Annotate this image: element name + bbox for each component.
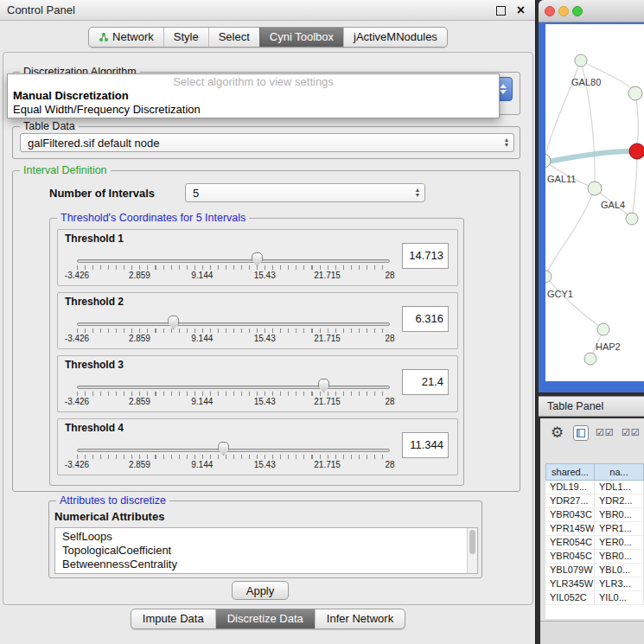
tab-select[interactable]: Select	[208, 28, 259, 47]
attribute-list-item[interactable]: BetweennessCentrality	[62, 558, 477, 571]
slider-track	[77, 449, 390, 452]
attribute-list-item[interactable]: TopologicalCoefficient	[62, 544, 477, 558]
threshold-2-value-field[interactable]: 6.316	[402, 306, 449, 332]
combo-up-arrow-icon	[500, 84, 507, 88]
list-scrollbar[interactable]	[467, 528, 477, 573]
num-intervals-combo[interactable]: 5 ▲▼	[185, 183, 425, 202]
slider-tick-label: 2.859	[129, 334, 150, 343]
tab-cyni-toolbox[interactable]: Cyni Toolbox	[259, 28, 343, 47]
control-panel-title: Control Panel	[7, 3, 75, 16]
table-cell: YER0...	[595, 536, 644, 549]
threshold-3-slider[interactable]: -3.4262.8599.14415.4321.71528	[77, 379, 390, 410]
tab-style[interactable]: Style	[163, 28, 208, 47]
tab-impute-data[interactable]: Impute Data	[131, 609, 215, 628]
window-close-button[interactable]	[545, 6, 555, 16]
threshold-3-value-field[interactable]: 21.4	[402, 369, 449, 395]
slider-tick-label: 15.43	[254, 271, 276, 280]
slider-tick-label: 9.144	[191, 397, 213, 406]
combo-down-arrow-icon	[500, 90, 507, 94]
table-row[interactable]: YLR345WYLR3...	[545, 577, 644, 591]
node-gal80[interactable]	[575, 54, 587, 67]
threshold-1-value-field[interactable]: 14.713	[402, 243, 449, 269]
table-row[interactable]: YDL19...YDL1...	[545, 481, 644, 494]
selected-node[interactable]	[629, 143, 644, 159]
tab-network[interactable]: Network	[89, 28, 163, 47]
slider-tick-labels: -3.4262.8599.14415.4321.71528	[77, 397, 390, 407]
network-node[interactable]	[628, 86, 642, 100]
node-gal11[interactable]	[545, 154, 551, 168]
threshold-1-slider[interactable]: -3.4262.8599.14415.4321.71528	[77, 252, 390, 284]
node-gcy1[interactable]	[545, 271, 552, 283]
table-row[interactable]: YIL052CYIL0...	[545, 591, 644, 605]
threshold-4-label: Threshold 4	[65, 422, 124, 434]
top-tab-bar: Network Style Select Cyni Toolbox jActiv…	[0, 27, 536, 48]
slider-tick-label: 2.859	[129, 271, 150, 280]
table-row[interactable]: YER054CYER0...	[545, 536, 644, 550]
tab-infer-network[interactable]: Infer Network	[315, 609, 405, 628]
tab-network-label: Network	[112, 30, 154, 44]
network-nodes	[545, 54, 644, 365]
table-row[interactable]: YPR145WYPR1...	[545, 522, 644, 536]
threshold-4-panel: Threshold 4 11.344 -3.4262.8599.14415.43…	[57, 418, 458, 475]
slider-tick-label: -3.426	[65, 460, 89, 469]
close-icon[interactable]: ×	[517, 2, 525, 19]
table-toolbar: ⚙ ☑☑ ☑☑	[540, 422, 644, 446]
network-node[interactable]	[626, 213, 638, 225]
algorithm-option-manual-discretization[interactable]: Manual Discretization	[8, 89, 499, 103]
bottom-tab-bar: Impute Data Discretize Data Infer Networ…	[0, 609, 536, 629]
threshold-3-panel: Threshold 3 21.4 -3.4262.8599.14415.4321…	[57, 355, 458, 412]
network-view-window: GAL80GAL11GAL4GCY1HAP2	[539, 0, 644, 392]
node-hap2[interactable]	[597, 323, 609, 335]
column-header-shared-name[interactable]: shared...	[545, 463, 595, 481]
slider-thumb[interactable]	[168, 316, 179, 329]
slider-tick-label: 9.144	[191, 460, 213, 469]
threshold-2-slider[interactable]: -3.4262.8599.14415.4321.71528	[77, 316, 390, 347]
attribute-items: SelfLoopsTopologicalCoefficientBetweenne…	[55, 530, 477, 571]
table-cell: YIL052C	[545, 591, 595, 604]
slider-tick-label: 28	[385, 271, 394, 280]
scrollbar-thumb[interactable]	[469, 530, 475, 554]
tab-discretize-data[interactable]: Discretize Data	[215, 609, 315, 628]
network-window-titlebar	[539, 0, 644, 22]
network-canvas[interactable]: GAL80GAL11GAL4GCY1HAP2	[545, 24, 644, 381]
tab-cyni-toolbox-label: Cyni Toolbox	[270, 30, 334, 44]
threshold-3-label: Threshold 3	[65, 359, 124, 371]
column-header-name[interactable]: na...	[595, 463, 644, 481]
table-cell: YBL0...	[595, 564, 644, 577]
slider-tick-label: 21.715	[314, 397, 341, 406]
tab-jactivemnodules[interactable]: jActiveMNodules	[343, 28, 447, 47]
slider-thumb[interactable]	[318, 379, 329, 392]
node-label: GAL11	[547, 174, 576, 184]
float-window-icon[interactable]	[496, 6, 506, 16]
tab-select-label: Select	[219, 30, 250, 44]
network-icon	[99, 32, 109, 42]
slider-thumb[interactable]	[218, 442, 229, 456]
checkbox-icons[interactable]: ☑☑	[622, 427, 641, 438]
table-rows: YDL19...YDL1...YDR27...YDR2...YBR043CYBR…	[545, 481, 644, 605]
slider-tick-label: 2.859	[129, 397, 150, 406]
table-row[interactable]: YBL079WYBL0...	[545, 564, 644, 577]
table-row[interactable]: YDR27...YDR2...	[545, 494, 644, 508]
table-data-combo[interactable]: galFiltered.sif default node ▲▼	[20, 133, 514, 152]
node-gal4[interactable]	[588, 182, 602, 195]
attribute-list-item[interactable]: SelfLoops	[62, 530, 477, 544]
app-root: Control Panel × Network Style Select Cyn…	[0, 0, 644, 644]
cyni-toolbox-panel: Discretization Algorithm Select algorith…	[3, 52, 533, 605]
threshold-4-slider[interactable]: -3.4262.8599.14415.4321.71528	[77, 442, 390, 473]
algorithm-option-equal-width-frequency[interactable]: Equal Width/Frequency Discretization	[8, 103, 499, 117]
window-minimize-button[interactable]	[558, 6, 569, 16]
tab-jactivemnodules-label: jActiveMNodules	[354, 30, 437, 44]
slider-thumb[interactable]	[252, 252, 263, 266]
threshold-4-value-field[interactable]: 11.344	[402, 432, 449, 458]
gear-icon[interactable]: ⚙	[551, 424, 564, 442]
table-row[interactable]: YBR043CYBR0...	[545, 508, 644, 522]
columns-button[interactable]	[573, 425, 589, 441]
table-row[interactable]: YBR045CYBR0...	[545, 550, 644, 564]
apply-button[interactable]: Apply	[232, 581, 289, 600]
numerical-attributes-list[interactable]: SelfLoopsTopologicalCoefficientBetweenne…	[54, 527, 478, 574]
slider-tick-label: 9.144	[191, 334, 213, 343]
checkbox-icons[interactable]: ☑☑	[596, 427, 615, 438]
window-zoom-button[interactable]	[572, 6, 583, 16]
network-node[interactable]	[584, 353, 596, 365]
table-cell: YDR27...	[545, 494, 595, 507]
